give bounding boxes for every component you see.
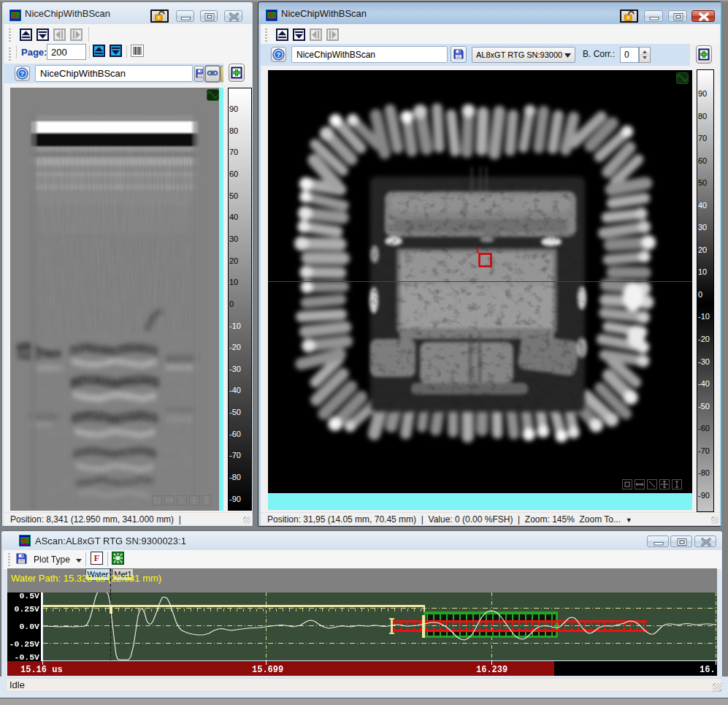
svg-text:-10: -10 (229, 321, 241, 330)
svg-text:50: 50 (698, 178, 707, 187)
svg-text:80: 80 (698, 112, 707, 121)
svg-text:-10: -10 (698, 312, 710, 321)
svg-text:90: 90 (698, 89, 707, 98)
svg-text:10: 10 (698, 267, 707, 276)
svg-text:-90: -90 (698, 491, 710, 500)
svg-text:30: 30 (698, 223, 707, 232)
svg-text:-30: -30 (229, 365, 241, 373)
svg-text:-20: -20 (229, 343, 241, 351)
svg-text:40: 40 (229, 213, 238, 221)
svg-text:70: 70 (698, 134, 707, 142)
svg-text:20: 20 (229, 256, 238, 265)
svg-text:-40: -40 (698, 379, 710, 388)
svg-text:-80: -80 (229, 473, 241, 481)
svg-text:80: 80 (229, 126, 238, 135)
svg-text:-90: -90 (229, 495, 241, 503)
svg-text:-30: -30 (698, 357, 710, 366)
svg-text:90: 90 (229, 104, 238, 113)
svg-text:1: 1 (475, 245, 480, 254)
svg-text:10: 10 (229, 278, 238, 286)
svg-text:-80: -80 (698, 468, 710, 477)
svg-text:-70: -70 (698, 446, 710, 455)
svg-text:30: 30 (229, 235, 238, 243)
svg-text:20: 20 (698, 245, 707, 254)
svg-text:60: 60 (229, 169, 238, 178)
svg-text:0: 0 (229, 300, 234, 308)
svg-text:-20: -20 (698, 335, 710, 343)
svg-text:50: 50 (229, 191, 238, 200)
svg-text:?: ? (20, 69, 25, 77)
svg-text:-50: -50 (698, 402, 710, 411)
svg-text:?: ? (277, 50, 281, 58)
svg-text:-50: -50 (229, 408, 241, 416)
svg-text:40: 40 (698, 201, 707, 210)
svg-text:-40: -40 (229, 386, 241, 395)
svg-text:60: 60 (698, 156, 707, 165)
svg-text:0: 0 (698, 290, 702, 299)
svg-text:-60: -60 (229, 430, 241, 438)
svg-text:-70: -70 (229, 451, 241, 460)
svg-text:-60: -60 (698, 424, 710, 432)
svg-text:70: 70 (229, 148, 238, 156)
